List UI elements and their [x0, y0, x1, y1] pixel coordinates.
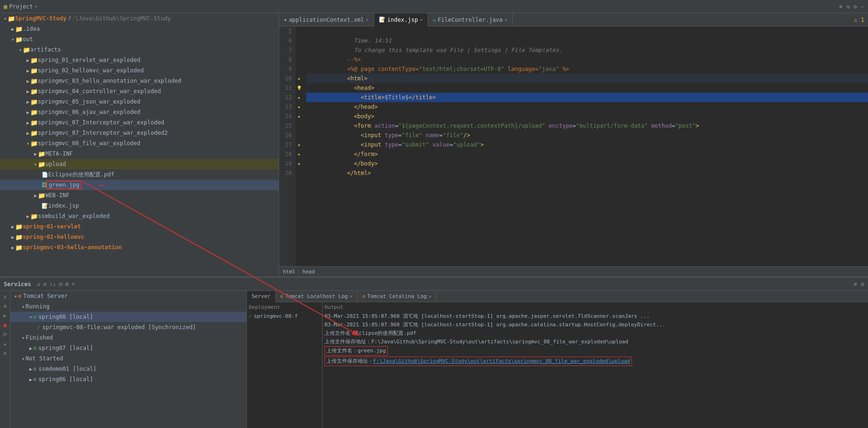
action-gear[interactable]: ⚙ [1, 302, 9, 310]
minimize-icon[interactable]: — [861, 3, 864, 10]
tree-eclipse-pdf[interactable]: 📄 Eclipse的使用配置.pdf [0, 169, 279, 180]
gear-icon[interactable]: ⚙ [854, 3, 857, 10]
spring07-icon: ⚙ [33, 345, 36, 351]
spring01s-label: spring-01-servlet [23, 223, 81, 230]
tree-green-jpg[interactable]: 🖼 green.jpg ← [0, 180, 279, 190]
svc-tomcat-server[interactable]: ▾ ⚙ Tomcat Server [10, 291, 246, 301]
svc-running[interactable]: ▾ Running [10, 301, 246, 312]
tree-spring01[interactable]: ▶ 📁 spring_01_servlet_war_exploded [0, 55, 279, 65]
tree-springmvc04[interactable]: ▶ 📁 springmvc_04_controller_war_exploded [0, 86, 279, 96]
tree-springmvc07b[interactable]: ▶ 📁 springmvc_07_Interceptor_war_explode… [0, 128, 279, 138]
spring02-arrow: ▶ [26, 68, 29, 73]
code-lines[interactable]: Time: 14:51 To change this template use … [302, 26, 868, 266]
tree-metainf[interactable]: ▶ 📁 META-INF [0, 148, 279, 159]
tree-springmvc08[interactable]: ▾ 📁 springmvc_08_file_war_exploded [0, 138, 279, 148]
tree-webinf[interactable]: ▶ 📁 WEB-INF [0, 190, 279, 201]
notstarted-label: Not Started [26, 355, 63, 362]
output-line-1: 03-Mar-2021 15:05:07.960 淇℃伅 [localhost-… [324, 312, 866, 321]
tab-appctx-close[interactable]: ✕ [366, 17, 369, 22]
svc-tab-catalina-log[interactable]: ⚙ Tomcat Catalina Log ✕ [358, 291, 437, 302]
springmvc07b-folder-icon: 📁 [30, 130, 38, 137]
line18-gutter: ◆ [298, 152, 300, 157]
tree-spring02-hellomvc[interactable]: ▶ 📁 spring-02-hellomvc [0, 232, 279, 242]
spring01-label: spring_01_servlet_war_exploded [38, 57, 140, 63]
svc-ssmdemo01[interactable]: ▶ ⚙ ssmdemo01 [local] [10, 364, 246, 374]
tree-springmvc05[interactable]: ▶ 📁 springmvc_05_json_war_exploded [0, 96, 279, 107]
services-toolbar-icons: ↺ ≡ ↑↓ ⊟ ⊞ + [37, 281, 75, 288]
tab-indexjsp-close[interactable]: ✕ [420, 17, 423, 22]
svc-springmvc08-deploy[interactable]: ✓ springmvc-08-file:war exploded [Synchr… [10, 322, 246, 332]
action-star[interactable]: ★ [1, 340, 9, 348]
tree-springmvc07a[interactable]: ▶ 📁 springmvc_07_Interceptor_war_explode… [0, 117, 279, 128]
line-numbers: 5 6 7 8 9 10 11 12 13 14 15 16 17 18 19 … [279, 26, 296, 266]
action-menu[interactable]: ≡ [1, 349, 9, 357]
tree-root[interactable]: ▾ 📁 SpringMVC-Study F:\Java\Github\Sprin… [0, 13, 279, 24]
dropdown-icon[interactable]: ▾ [35, 4, 38, 9]
action-run[interactable]: ▶ [1, 312, 9, 319]
root-arrow: ▾ [4, 16, 7, 21]
svc-spring06[interactable]: ▶ ⚙ spring06 [local] [10, 374, 246, 384]
tab-filecontroller[interactable]: ☕ FileController.java ✕ [428, 13, 513, 26]
project-tree[interactable]: ▾ 📁 SpringMVC-Study F:\Java\Github\Sprin… [0, 13, 279, 277]
svc-tab-server[interactable]: Server [247, 291, 276, 302]
tree-spring01-servlet[interactable]: ▶ 📁 spring-01-servlet [0, 221, 279, 232]
svc-notstarted[interactable]: ▾ Not Started [10, 353, 246, 364]
tree-springmvc03[interactable]: ▶ 📁 springmvc_03_hello_annotation_war_ex… [0, 76, 279, 86]
services-gear-icon[interactable]: ⚙ [861, 281, 864, 288]
ssmdemo01-label: ssmdemo01 [local] [38, 366, 96, 372]
spring01-folder-icon: 📁 [30, 57, 38, 64]
action-refresh[interactable]: ↺ [1, 293, 9, 300]
svc-spring08[interactable]: ▾ ⚙ spring08 [local] [10, 312, 246, 322]
spring02h-arrow: ▶ [11, 235, 14, 240]
springmvc04-folder-icon: 📁 [30, 88, 38, 95]
tomcat-label: Tomcat Server [23, 293, 68, 299]
action-redeploy[interactable]: ⟳ [1, 331, 9, 338]
globe-icon[interactable]: ⊕ [839, 3, 842, 10]
springmvc07a-folder-icon: 📁 [30, 119, 38, 126]
output-panel[interactable]: Output 03-Mar-2021 15:05:07.960 淇℃伅 [loc… [323, 302, 868, 428]
tab-appctx[interactable]: ✦ applicationContext.xml ✕ [279, 13, 374, 26]
svc-tab-catalina-close[interactable]: ✕ [429, 294, 431, 299]
svc-finished[interactable]: ▾ Finished [10, 332, 246, 343]
svc-spring07[interactable]: ▶ ⚙ spring07 [local] [10, 343, 246, 353]
jsp-tab-icon: 📝 [379, 17, 386, 23]
code-container[interactable]: 5 6 7 8 9 10 11 12 13 14 15 16 17 18 19 … [279, 26, 868, 266]
sync-icon[interactable]: ⇅ [846, 3, 850, 10]
expand-all-icon[interactable]: ≡ [43, 281, 46, 288]
springmvc03a-label: springmvc-03-hello-annotation [23, 244, 122, 251]
breadcrumb-html[interactable]: html [283, 269, 296, 275]
group-icon[interactable]: ⊞ [65, 281, 69, 288]
tree-index-jsp[interactable]: 📝 index.jsp [0, 201, 279, 211]
tab-filecontroller-close[interactable]: ✕ [505, 17, 508, 22]
tab-indexjsp[interactable]: 📝 index.jsp ✕ [374, 13, 428, 26]
action-stop[interactable]: ■ [1, 321, 9, 329]
finished-label: Finished [26, 334, 53, 341]
svc-tab-localhost-close[interactable]: ✕ [350, 294, 352, 299]
springmvc08-label: springmvc_08_file_war_exploded [38, 140, 140, 147]
svc-tab-localhost-log[interactable]: ⚙ Tomcat Localhost Log ✕ [276, 291, 358, 302]
breadcrumb-head[interactable]: head [302, 269, 315, 275]
line12-gutter: ◆ [298, 96, 300, 100]
add-icon[interactable]: + [71, 281, 75, 288]
out-folder-icon: 📁 [15, 36, 23, 43]
tree-out[interactable]: ▾ 📁 out [0, 34, 279, 44]
output-path-link[interactable]: F:\Java\Github\SpringMVC-Study\out\artif… [373, 358, 630, 364]
output-header: Output [324, 303, 866, 312]
refresh-icon[interactable]: ↺ [37, 281, 40, 288]
tree-springmvc06[interactable]: ▶ 📁 springmvc_06_ajax_war_exploded [0, 107, 279, 117]
tree-spring02[interactable]: ▶ 📁 spring_02_hellomvc_war_exploded [0, 65, 279, 76]
filter-icon[interactable]: ⊟ [59, 281, 62, 288]
spring06-icon: ⚙ [33, 376, 36, 383]
tree-artifacts[interactable]: ▾ 📁 artifacts [0, 44, 279, 55]
deploy-ok-icon: ✓ [249, 313, 252, 319]
tree-springmvc03-anno[interactable]: ▶ 📁 springmvc-03-hello-annotation [0, 242, 279, 253]
tree-ssmbuild[interactable]: ▶ 📁 ssmbuild_war_exploded [0, 211, 279, 221]
sort-icon[interactable]: ↑↓ [49, 281, 56, 288]
services-tree-panel[interactable]: ▾ ⚙ Tomcat Server ▾ Running ▾ ⚙ spring08… [10, 291, 247, 428]
tree-upload[interactable]: ▾ 📁 upload [0, 159, 279, 169]
springmvc03-arrow: ▶ [26, 79, 29, 84]
svc-tab-catalina-label: Tomcat Catalina Log [367, 293, 427, 299]
services-popout-icon[interactable]: ⊕ [854, 281, 857, 288]
tree-idea[interactable]: ▶ 📁 .idea [0, 24, 279, 34]
services-title: Services [4, 281, 31, 288]
